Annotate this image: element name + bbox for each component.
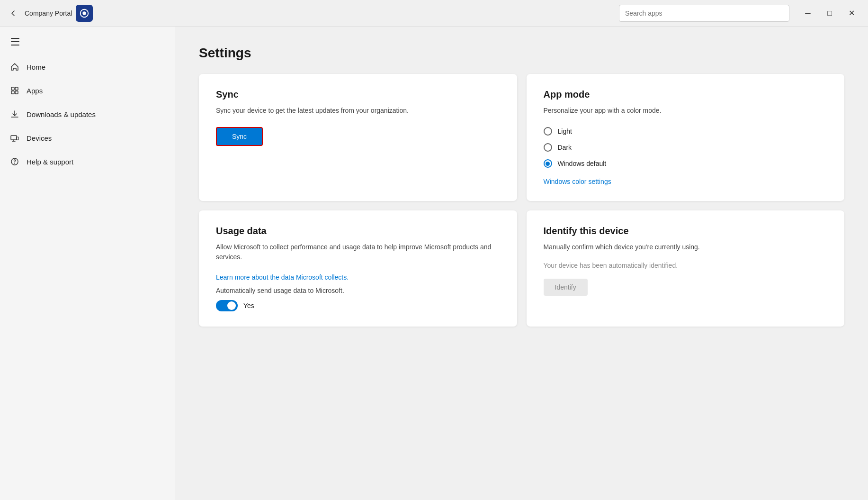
color-mode-radio-group: Light Dark Windows default — [544, 127, 828, 168]
svg-rect-5 — [15, 91, 18, 94]
sidebar-downloads-label: Downloads & updates — [27, 110, 96, 118]
identify-device-card: Identify this device Manually confirm wh… — [527, 210, 845, 327]
app-logo — [76, 5, 93, 22]
back-button[interactable] — [6, 6, 21, 21]
sidebar-devices-label: Devices — [27, 134, 52, 142]
svg-rect-4 — [11, 91, 14, 94]
app-mode-description: Personalize your app with a color mode. — [544, 106, 828, 116]
sidebar-item-help[interactable]: Help & support — [0, 150, 175, 173]
auto-send-label: Automatically send usage data to Microso… — [216, 287, 500, 294]
sync-button[interactable]: Sync — [216, 127, 263, 146]
radio-light-label: Light — [558, 127, 572, 135]
close-button[interactable]: ✕ — [841, 5, 862, 22]
svg-rect-2 — [11, 87, 14, 90]
search-input[interactable] — [619, 5, 789, 22]
identify-device-title: Identify this device — [544, 226, 828, 236]
sidebar-home-label: Home — [27, 63, 45, 71]
app-mode-card: App mode Personalize your app with a col… — [527, 74, 845, 201]
menu-button[interactable] — [6, 32, 25, 51]
radio-light[interactable]: Light — [544, 127, 828, 136]
devices-icon — [9, 133, 20, 143]
usage-data-toggle[interactable] — [216, 300, 238, 311]
radio-windows-default[interactable]: Windows default — [544, 159, 828, 168]
home-icon — [9, 62, 20, 72]
sidebar-item-home[interactable]: Home — [0, 55, 175, 79]
page-title: Settings — [199, 45, 844, 61]
sidebar-apps-label: Apps — [27, 87, 43, 95]
sidebar-item-apps[interactable]: Apps — [0, 79, 175, 102]
sync-card-title: Sync — [216, 89, 500, 100]
minimize-button[interactable]: ─ — [797, 5, 819, 22]
usage-data-description: Allow Microsoft to collect performance a… — [216, 242, 500, 262]
sidebar-item-devices[interactable]: Devices — [0, 126, 175, 150]
svg-rect-3 — [15, 87, 18, 90]
download-icon — [9, 109, 20, 119]
toggle-label: Yes — [243, 302, 254, 309]
auto-identified-text: Your device has been automatically ident… — [544, 262, 828, 269]
radio-windows-default-input[interactable] — [544, 159, 552, 168]
toggle-row: Yes — [216, 300, 500, 311]
titlebar: Company Portal ─ □ ✕ — [0, 0, 868, 27]
main-content: Settings Sync Sync your device to get th… — [175, 27, 868, 500]
app-mode-card-title: App mode — [544, 89, 828, 100]
svg-rect-6 — [11, 136, 17, 140]
apps-icon — [9, 85, 20, 96]
windows-color-settings-link[interactable]: Windows color settings — [544, 178, 611, 185]
svg-point-1 — [83, 11, 86, 15]
usage-data-title: Usage data — [216, 226, 500, 236]
identify-button[interactable]: Identify — [544, 279, 588, 296]
radio-dark-input[interactable] — [544, 143, 552, 152]
radio-windows-default-label: Windows default — [558, 160, 607, 167]
usage-data-card: Usage data Allow Microsoft to collect pe… — [199, 210, 517, 327]
svg-rect-7 — [17, 137, 18, 140]
sidebar-item-downloads[interactable]: Downloads & updates — [0, 102, 175, 126]
sidebar-help-label: Help & support — [27, 158, 73, 166]
identify-device-description: Manually confirm which device you're cur… — [544, 242, 828, 252]
help-icon — [9, 156, 20, 167]
learn-more-link[interactable]: Learn more about the data Microsoft coll… — [216, 273, 500, 281]
settings-grid: Sync Sync your device to get the latest … — [199, 74, 844, 327]
radio-light-input[interactable] — [544, 127, 552, 136]
radio-dark-label: Dark — [558, 144, 572, 151]
app-body: Home Apps Downloads & updates — [0, 27, 868, 500]
radio-dark[interactable]: Dark — [544, 143, 828, 152]
app-title: Company Portal — [25, 9, 72, 17]
sidebar: Home Apps Downloads & updates — [0, 27, 175, 500]
sync-card-description: Sync your device to get the latest updat… — [216, 106, 500, 116]
maximize-button[interactable]: □ — [819, 5, 841, 22]
window-controls: ─ □ ✕ — [797, 5, 862, 22]
sync-card: Sync Sync your device to get the latest … — [199, 74, 517, 201]
